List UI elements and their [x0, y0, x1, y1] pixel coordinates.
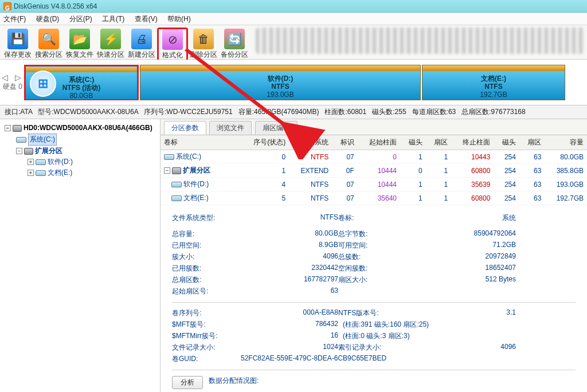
nav-arrows-icon: ◁ ▷ — [1, 73, 24, 82]
menu-disk[interactable]: 硬盘(D) — [36, 15, 60, 23]
main-area: −HD0:WDCWD5000AAKX-08U6A(466GB) 系统(C:) −… — [0, 119, 587, 392]
tree-d[interactable]: +软件(D:) — [2, 156, 158, 167]
tab-browse-files[interactable]: 浏览文件 — [209, 121, 252, 135]
table-row[interactable]: 文档(E:)5NTFS0735640116080025463192.7GB — [161, 191, 587, 205]
disk-info-line: 接口:ATA 型号:WDCWD5000AAKX-08U6A 序列号:WD-WCC… — [0, 105, 587, 119]
disk-nav-label: 硬盘 0 — [1, 82, 24, 92]
quick-icon: ⚡ — [100, 29, 121, 49]
partition-block-e[interactable]: 文档(E:) NTFS 192.7GB — [422, 65, 565, 100]
analyze-button[interactable]: 分析 — [172, 376, 203, 389]
save-button[interactable]: 💾保存更改 — [2, 28, 33, 60]
menu-tool[interactable]: 工具(T) — [102, 15, 124, 23]
blurred-extra-toolbar — [256, 28, 585, 54]
delete-icon: 🗑 — [193, 29, 214, 49]
drive-icon — [36, 159, 46, 165]
recover-icon: 📂 — [69, 29, 90, 49]
new-partition-button[interactable]: 🖨新建分区 — [126, 28, 157, 60]
tree-e[interactable]: +文档(E:) — [2, 167, 158, 178]
ext-icon — [24, 148, 33, 155]
search-partition-button[interactable]: 🔍搜索分区 — [33, 28, 64, 60]
drive-icon — [16, 137, 26, 143]
windows-logo-icon: ⊞ — [30, 70, 56, 97]
partition-e-name: 文档(E:) — [422, 75, 565, 83]
quick-partition-button[interactable]: ⚡快速分区 — [95, 28, 126, 60]
tree-extended[interactable]: −扩展分区 — [2, 146, 158, 156]
format-button[interactable]: ⊘格式化 — [157, 28, 188, 62]
recover-files-button[interactable]: 📂恢复文件 — [64, 28, 95, 60]
disk-map: ◁ ▷ 硬盘 0 ⊞ 系统(C:) NTFS (活动) 80.0GB 软件(D:… — [0, 60, 587, 105]
disk-icon — [13, 125, 22, 132]
menu-file[interactable]: 文件(F) — [3, 15, 26, 23]
window-title: DiskGenius V4.8.0.256 x64 — [14, 0, 97, 13]
tab-sector-edit[interactable]: 扇区编辑 — [255, 121, 298, 135]
tree-root[interactable]: −HD0:WDCWD5000AAKX-08U6A(466GB) — [2, 123, 158, 134]
menu-view[interactable]: 查看(V) — [135, 15, 158, 23]
table-row[interactable]: −扩展分区1EXTEND0F10444016080025463385.8GB — [161, 164, 587, 178]
tab-partition-params[interactable]: 分区参数 — [164, 121, 206, 135]
detail-panel: 分区参数 浏览文件 扇区编辑 卷标 序号(状态) 文件系统 标识 起始柱面 磁头… — [161, 119, 587, 392]
distribution-label: 数据分配情况图: — [209, 376, 259, 389]
backup-icon: 🔄 — [224, 29, 245, 49]
drive-icon — [36, 170, 46, 176]
save-icon: 💾 — [7, 29, 28, 49]
backup-partition-button[interactable]: 🔄备份分区 — [219, 28, 250, 60]
partition-d-name: 软件(D:) — [140, 75, 420, 83]
menu-partition[interactable]: 分区(P) — [69, 15, 92, 23]
partition-table: 卷标 序号(状态) 文件系统 标识 起始柱面 磁头 扇区 终止柱面 磁头 扇区 … — [161, 135, 587, 205]
partition-e-fs: NTFS — [422, 83, 565, 91]
partition-properties: 文件系统类型:NTFS 卷标:系统 总容量:80.0GB 总字节数:859047… — [161, 205, 587, 392]
partition-d-size: 193.0GB — [140, 91, 420, 99]
table-row[interactable]: 软件(D:)4NTFS0710444113563925463193.0GB — [161, 178, 587, 191]
partition-e-size: 192.7GB — [422, 91, 565, 99]
partition-block-d[interactable]: 软件(D:) NTFS 193.0GB — [140, 65, 421, 100]
search-icon: 🔍 — [38, 29, 59, 49]
format-icon: ⊘ — [162, 29, 183, 50]
partition-block-c[interactable]: ⊞ 系统(C:) NTFS (活动) 80.0GB — [24, 65, 139, 100]
disk-nav[interactable]: ◁ ▷ 硬盘 0 — [1, 73, 24, 92]
menu-help[interactable]: 帮助(H) — [167, 15, 191, 23]
table-row[interactable]: 系统(C:)0NTFS07011104432546380.0GB — [161, 150, 587, 164]
detail-tabs: 分区参数 浏览文件 扇区编辑 — [161, 119, 587, 135]
delete-partition-button[interactable]: 🗑删除分区 — [188, 28, 219, 60]
disk-tree[interactable]: −HD0:WDCWD5000AAKX-08U6A(466GB) 系统(C:) −… — [0, 119, 161, 392]
title-bar: DiskGenius V4.8.0.256 x64 — [0, 0, 587, 13]
partition-d-fs: NTFS — [140, 83, 420, 91]
app-logo-icon — [3, 2, 11, 10]
table-header-row: 卷标 序号(状态) 文件系统 标识 起始柱面 磁头 扇区 终止柱面 磁头 扇区 … — [161, 135, 587, 150]
new-icon: 🖨 — [131, 29, 152, 49]
menu-bar: 文件(F) 硬盘(D) 分区(P) 工具(T) 查看(V) 帮助(H) — [0, 13, 587, 25]
tree-c[interactable]: 系统(C:) — [2, 134, 158, 146]
toolbar: 💾保存更改 🔍搜索分区 📂恢复文件 ⚡快速分区 🖨新建分区 ⊘格式化 🗑删除分区… — [0, 25, 587, 60]
